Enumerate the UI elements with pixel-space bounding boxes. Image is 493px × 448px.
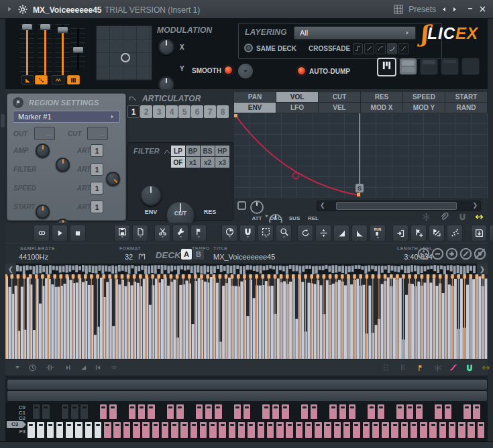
slider-mode-keys-button[interactable] — [67, 75, 80, 85]
piano-key-white-34[interactable] — [343, 421, 351, 439]
slider-handle[interactable] — [22, 24, 32, 30]
att-knob[interactable] — [250, 201, 264, 214]
piano-key-black-18[interactable] — [262, 404, 270, 420]
slider-mode-wave-button[interactable] — [52, 75, 64, 85]
piano-key-black-12[interactable] — [176, 404, 184, 420]
spin-clock-button[interactable] — [25, 361, 39, 374]
piano-key-white-13[interactable] — [142, 421, 150, 439]
piano-key-black-9[interactable] — [138, 404, 146, 420]
piano-key-white-12[interactable] — [132, 421, 141, 439]
overview-scroll-left[interactable]: ❮ — [5, 264, 16, 274]
piano-key-white-35[interactable] — [352, 421, 361, 439]
piano-key-white-45[interactable] — [448, 421, 457, 439]
piano-key-white-16[interactable] — [170, 421, 179, 439]
crossfade-linear-button[interactable] — [364, 43, 374, 54]
filter-env-knob[interactable] — [140, 184, 162, 206]
piano-key-black-20[interactable] — [281, 404, 290, 420]
filter-art-value[interactable]: 1 — [91, 163, 103, 176]
crossfade-step-button[interactable] — [353, 43, 363, 54]
cut-button[interactable] — [154, 225, 170, 241]
piano-key-white-15[interactable] — [161, 421, 170, 439]
env-tab-env[interactable]: ENV — [234, 103, 276, 113]
cut-value-box[interactable]: ... — [87, 127, 108, 140]
env-tab-res[interactable]: RES — [361, 92, 402, 102]
piano-key-white-8[interactable] — [94, 421, 103, 439]
piano-key-white-43[interactable] — [429, 421, 437, 439]
preview-lane-2[interactable] — [7, 390, 488, 402]
piano-key-white-46[interactable] — [457, 421, 466, 439]
save-button[interactable] — [114, 225, 130, 241]
piano-key-white-27[interactable] — [276, 421, 284, 439]
wrench-button[interactable] — [172, 225, 188, 241]
env-tab-speed[interactable]: SPEED — [403, 92, 445, 102]
piano-key-black-29[interactable] — [406, 404, 415, 420]
articulator-slot-3[interactable]: 3 — [153, 105, 165, 118]
env-tab-rand[interactable]: RAND — [445, 103, 487, 113]
piano-key-white-33[interactable] — [333, 421, 342, 439]
dropdown-tri-button[interactable] — [11, 361, 24, 374]
piano-key-black-11[interactable] — [166, 404, 175, 420]
piano-key-white-30[interactable] — [305, 421, 313, 439]
piano-key-white-18[interactable] — [190, 421, 199, 439]
articulator-slot-6[interactable]: 6 — [191, 105, 203, 118]
piano-key-white-25[interactable] — [257, 421, 266, 439]
piano-key-white-3[interactable] — [46, 421, 55, 439]
piano-key-black-6[interactable] — [99, 404, 108, 420]
amp-knob-2[interactable] — [56, 158, 70, 172]
layering-select[interactable]: All — [294, 26, 416, 40]
piano-key-white-24[interactable] — [247, 421, 256, 439]
ramp-button[interactable] — [76, 361, 90, 374]
piano-key-black-34[interactable] — [472, 404, 481, 420]
filter-bp-button[interactable]: BP — [186, 146, 200, 156]
piano-key-black-28[interactable] — [396, 404, 404, 420]
zoom-out-circle-button[interactable] — [431, 247, 444, 260]
freeze-icon[interactable] — [419, 211, 433, 223]
minimize-icon[interactable] — [467, 6, 474, 13]
piano-key-black-14[interactable] — [205, 404, 213, 420]
next-marker-button[interactable] — [62, 361, 75, 374]
crossfade-fast-button[interactable] — [376, 43, 386, 54]
env-tab-lfo[interactable]: LFO — [276, 103, 318, 113]
piano-key-black-24[interactable] — [339, 404, 347, 420]
marker-select[interactable]: Marker #1 — [13, 111, 120, 123]
articulator-slot-8[interactable]: 8 — [217, 105, 229, 118]
select-button[interactable] — [258, 225, 274, 241]
preset-next-icon[interactable] — [452, 6, 457, 13]
mute-circle-button[interactable] — [474, 247, 486, 260]
piano-key-white-32[interactable] — [323, 421, 332, 439]
piano-key-black-32[interactable] — [444, 404, 453, 420]
articulator-slot-2[interactable]: 2 — [140, 105, 152, 118]
s-curve-button[interactable] — [447, 361, 460, 374]
pan-circle-button[interactable] — [417, 247, 430, 260]
piano-key-white-29[interactable] — [295, 421, 304, 439]
crossfade-scurve-button[interactable] — [398, 43, 408, 54]
layout-keys-button[interactable] — [377, 58, 396, 76]
piano-key-black-2[interactable] — [42, 404, 50, 420]
piano-key-black-23[interactable] — [329, 404, 337, 420]
piano-key-white-36[interactable] — [362, 421, 371, 439]
deck-a-button[interactable]: A — [181, 249, 192, 260]
filter-lp-button[interactable]: LP — [171, 146, 185, 156]
marker-drag-button[interactable] — [429, 225, 445, 241]
preview-clock-button[interactable] — [221, 225, 237, 241]
articulator-slot-4[interactable]: 4 — [166, 105, 178, 118]
env-tab-mod-y[interactable]: MOD Y — [403, 103, 445, 113]
piano-key-white-22[interactable] — [228, 421, 237, 439]
piano-key-black-27[interactable] — [377, 404, 386, 420]
prev-marker-button[interactable] — [91, 361, 105, 374]
envelope-enable-button[interactable] — [237, 201, 246, 210]
waveform-display[interactable] — [5, 274, 488, 359]
overview-scroll-right[interactable]: ❯ — [477, 264, 488, 274]
filter-x1-button[interactable]: x1 — [186, 157, 200, 168]
link-button[interactable] — [107, 361, 121, 374]
piano-key-white-38[interactable] — [381, 421, 390, 439]
piano-key-white-39[interactable] — [390, 421, 399, 439]
xy-pad-handle[interactable] — [121, 53, 130, 62]
normalize-button[interactable] — [297, 225, 313, 241]
piano-key-white-21[interactable] — [218, 421, 227, 439]
play-button[interactable] — [52, 225, 68, 241]
amp-knob-1[interactable] — [36, 144, 50, 158]
close-icon[interactable] — [479, 5, 486, 13]
magnet-green-button[interactable] — [463, 361, 476, 374]
same-deck-radio[interactable] — [244, 44, 253, 52]
